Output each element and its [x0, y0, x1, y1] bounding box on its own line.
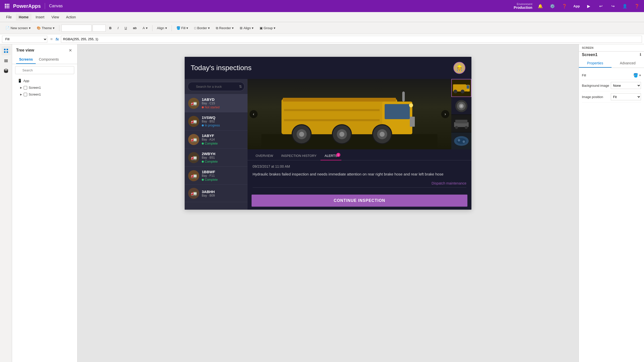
- strikethrough-button[interactable]: ab: [131, 25, 139, 31]
- tab-inspection-history[interactable]: INSPECTION HISTORY: [277, 151, 320, 160]
- app-logo: PowerApps: [13, 3, 41, 9]
- svg-rect-17: [283, 98, 396, 102]
- background-image-select[interactable]: None: [611, 82, 641, 89]
- status-dot-not-started: [202, 106, 204, 108]
- svg-point-30: [380, 132, 385, 137]
- svg-rect-12: [7, 51, 8, 53]
- underline-button[interactable]: U: [122, 25, 129, 31]
- tab-screens[interactable]: Screens: [16, 55, 36, 64]
- question-icon[interactable]: ❓: [633, 2, 641, 10]
- formula-input[interactable]: [61, 36, 642, 43]
- font-selector[interactable]: [61, 25, 92, 32]
- font-size-input[interactable]: [93, 25, 106, 32]
- app-title: Today's inspections: [191, 64, 252, 72]
- fill-bucket-icon[interactable]: 🪣: [633, 73, 638, 78]
- carousel-thumb-1[interactable]: [451, 79, 471, 97]
- bell-icon[interactable]: 🔔: [536, 2, 544, 10]
- truck-search-input[interactable]: [188, 82, 245, 91]
- font-color-button[interactable]: A ▾: [140, 25, 150, 31]
- data-icon[interactable]: [2, 66, 11, 75]
- truck-bay-1vswq: Bay · B52: [202, 120, 244, 123]
- tab-overview[interactable]: OVERVIEW: [252, 151, 277, 160]
- border-button[interactable]: □ Border ▾: [192, 25, 212, 31]
- tree-item-screen1[interactable]: ▶ Screen1: [12, 84, 77, 91]
- user-icon[interactable]: 👤: [621, 2, 629, 10]
- preview-icon[interactable]: ▶: [585, 2, 593, 10]
- screen1-checkbox[interactable]: [24, 86, 27, 89]
- new-screen-button[interactable]: 📄 New screen ▾: [3, 25, 33, 31]
- dispatch-link[interactable]: Dispatch maintenance: [431, 181, 466, 185]
- theme-button[interactable]: 🎨 Theme ▾: [34, 25, 57, 31]
- app-header: Today's inspections 👷: [185, 57, 471, 79]
- svg-rect-34: [402, 92, 405, 102]
- property-selector[interactable]: Fill: [2, 36, 47, 43]
- reorder-button[interactable]: ⧉ Reorder ▾: [213, 25, 236, 32]
- truck-info-1bbwf: 1BBWF Bay · F11 Complete: [202, 170, 244, 182]
- grid-icon[interactable]: [3, 2, 11, 10]
- app-label: App: [23, 79, 29, 83]
- tree-panel: Tree view ✕ Screens Components 🔍 📱 App ▶…: [12, 44, 77, 362]
- truck-item-1bbwf[interactable]: 🚛 1BBWF Bay · F11 Complete: [185, 167, 248, 185]
- truck-name-3abhh: 3ABHH: [202, 190, 244, 194]
- fill-button[interactable]: 🪣 Fill ▾: [174, 25, 191, 31]
- italic-button[interactable]: I: [115, 25, 121, 31]
- menu-insert[interactable]: Insert: [32, 14, 47, 21]
- menu-file[interactable]: File: [3, 14, 15, 21]
- sort-icon[interactable]: ⇅: [239, 84, 242, 88]
- tab-advanced[interactable]: Advanced: [612, 59, 644, 68]
- tab-alerts[interactable]: ALERTS 1: [320, 151, 341, 160]
- help-icon[interactable]: ❓: [560, 2, 569, 10]
- alert-action: Dispatch maintenance: [253, 181, 466, 188]
- app-canvas: Today's inspections 👷 🔍 ⇅: [185, 57, 471, 210]
- canvas-label: Canvas: [49, 4, 63, 8]
- fill-chevron[interactable]: ▾: [639, 73, 641, 77]
- expand-icon-screen2: ▶: [20, 93, 22, 96]
- env-value: Production: [514, 6, 532, 10]
- menu-home[interactable]: Home: [16, 14, 32, 21]
- continue-inspection-button[interactable]: CONTINUE INSPECTION: [252, 195, 467, 207]
- svg-point-46: [455, 126, 458, 129]
- tree-item-screen1-2[interactable]: ▶ Screen1: [12, 91, 77, 98]
- redo-icon[interactable]: ↪: [609, 2, 617, 10]
- carousel-thumb-2[interactable]: [451, 98, 471, 115]
- tab-properties[interactable]: Properties: [579, 59, 612, 68]
- tab-components[interactable]: Components: [36, 55, 62, 64]
- image-position-label: Image position: [582, 95, 603, 99]
- bold-button[interactable]: B: [107, 25, 114, 31]
- components-icon[interactable]: [2, 56, 11, 65]
- nav-right: Environment Production 🔔 ⚙️ ❓ App ▶ ↩ ↪ …: [514, 2, 641, 10]
- image-position-select[interactable]: Fit: [611, 93, 641, 100]
- truck-thumb-1abyf: 🚛: [188, 134, 199, 145]
- screen-info-icon[interactable]: ℹ: [640, 53, 641, 57]
- alert-message: Hydraulic brakes failed inspection and n…: [253, 171, 466, 177]
- carousel-next-button[interactable]: ›: [441, 110, 449, 118]
- tree-view-icon[interactable]: [2, 46, 11, 55]
- align-button[interactable]: Align ▾: [154, 25, 170, 31]
- truck-item-1vswq[interactable]: 🚛 1VSWQ Bay · B52 In progress: [185, 112, 248, 130]
- svg-rect-11: [4, 51, 6, 53]
- tree-close-button[interactable]: ✕: [67, 47, 73, 53]
- truck-bay-2wbyh: Bay · B51: [202, 156, 244, 159]
- truck-item-3abhh[interactable]: 🚛 3ABHH Bay · B09: [185, 185, 248, 202]
- user-avatar[interactable]: 👷: [453, 62, 465, 74]
- menu-action[interactable]: Action: [63, 14, 79, 21]
- svg-rect-0: [5, 4, 6, 5]
- menu-view[interactable]: View: [48, 14, 62, 21]
- truck-item-1abyd[interactable]: 🚛 1ABYD Bay · C15 Not started: [185, 94, 248, 112]
- align2-button[interactable]: ⊞ Align ▾: [237, 25, 256, 31]
- undo-icon[interactable]: ↩: [597, 2, 605, 10]
- tree-item-app[interactable]: 📱 App: [12, 77, 77, 84]
- carousel-thumb-3[interactable]: [451, 115, 471, 132]
- group-button[interactable]: ▣ Group ▾: [257, 25, 278, 31]
- truck-item-2wbyh[interactable]: 🚛 2WBYH Bay · B51 Complete: [185, 149, 248, 167]
- app-launcher-icon[interactable]: App: [573, 2, 581, 10]
- top-nav: PowerApps Canvas Environment Production …: [0, 0, 644, 12]
- screen1-2-checkbox[interactable]: [24, 93, 27, 96]
- gear-icon[interactable]: ⚙️: [548, 2, 556, 10]
- carousel-thumb-4[interactable]: [451, 132, 471, 150]
- carousel-prev-button[interactable]: ‹: [250, 110, 258, 118]
- search-input[interactable]: [15, 66, 74, 74]
- app-icon: 📱: [18, 79, 22, 83]
- truck-item-1abyf[interactable]: 🚛 1ABYF Bay · A14 Complete: [185, 130, 248, 149]
- truck-status-1abyf: Complete: [202, 142, 244, 145]
